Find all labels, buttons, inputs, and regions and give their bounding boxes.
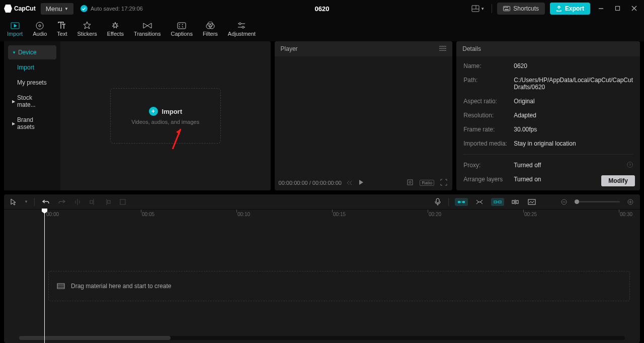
- zoom-slider[interactable]: [575, 201, 620, 202]
- timeline-ruler[interactable]: 00:00 00:05 00:10 00:15 00:20 00:25 00:3…: [4, 210, 640, 221]
- sidebar-item-my-presets[interactable]: My presets: [8, 76, 56, 90]
- export-icon: [556, 6, 562, 12]
- player-viewport: [275, 56, 453, 175]
- detail-label-framerate: Frame rate:: [463, 126, 514, 133]
- tab-effects[interactable]: Effects: [102, 20, 129, 39]
- timeline-panel: ▼ 00:00 00:05 00:10 00:15 00:20 00:25 00…: [4, 194, 640, 343]
- chevron-down-icon[interactable]: ▼: [24, 199, 28, 204]
- modify-button[interactable]: Modify: [601, 175, 635, 186]
- tab-filters[interactable]: Filters: [198, 20, 223, 39]
- tab-audio[interactable]: Audio: [28, 20, 52, 39]
- detail-label-resolution: Resolution:: [463, 112, 514, 119]
- timeline-dropzone[interactable]: Drag material here and start to create: [48, 271, 630, 301]
- scrollbar-thumb[interactable]: [19, 336, 171, 340]
- menu-label: Menu: [46, 5, 62, 13]
- play-button[interactable]: [358, 178, 365, 188]
- plus-icon: +: [149, 107, 158, 116]
- svg-point-29: [409, 181, 411, 183]
- sidebar-item-stock-material[interactable]: ▶Stock mate...: [8, 91, 56, 112]
- tab-adjustment[interactable]: Adjustment: [223, 20, 261, 39]
- detail-value-aspect: Original: [514, 98, 633, 105]
- undo-button[interactable]: [41, 197, 51, 207]
- sidebar-item-import[interactable]: Import: [8, 60, 56, 75]
- crop-button[interactable]: [118, 197, 127, 207]
- effects-icon: [110, 22, 120, 30]
- delete-left-button[interactable]: [88, 197, 97, 207]
- cover-button[interactable]: [526, 197, 537, 207]
- sticker-icon: [82, 22, 92, 30]
- timeline-tracks[interactable]: Drag material here and start to create: [4, 221, 640, 334]
- ruler-mark: 00:30: [620, 212, 632, 217]
- main-track-magnet-button[interactable]: [455, 198, 468, 206]
- svg-point-14: [39, 25, 41, 27]
- drop-hint-text: Drag material here and start to create: [71, 283, 171, 290]
- detail-value-name: 0620: [514, 62, 633, 70]
- selection-tool-button[interactable]: [9, 197, 18, 207]
- tab-captions[interactable]: Captions: [166, 20, 197, 39]
- tab-text[interactable]: Text: [52, 20, 72, 39]
- timeline-scrollbar[interactable]: [19, 336, 625, 340]
- import-subtitle: Videos, audios, and images: [131, 119, 199, 125]
- app-logo: CapCut: [4, 5, 36, 13]
- fullscreen-button[interactable]: [439, 178, 448, 188]
- playhead[interactable]: [44, 210, 45, 343]
- chevron-down-icon: ▼: [64, 7, 68, 11]
- minimize-button[interactable]: [595, 5, 607, 13]
- detail-label-name: Name:: [463, 62, 514, 70]
- chevron-down-icon: ▼: [480, 7, 485, 11]
- export-button[interactable]: Export: [550, 3, 590, 15]
- svg-rect-28: [408, 180, 413, 185]
- player-menu-button[interactable]: [439, 45, 446, 52]
- preview-axis-button[interactable]: [510, 197, 520, 207]
- tab-transitions[interactable]: Transitions: [129, 20, 166, 39]
- captions-icon: [177, 22, 187, 30]
- sidebar-item-device[interactable]: ▼Device: [8, 45, 56, 59]
- app-name: CapCut: [14, 5, 36, 12]
- detail-label-aspect: Aspect ratio:: [463, 98, 514, 105]
- text-icon: [57, 22, 67, 30]
- tab-import[interactable]: Import: [2, 20, 28, 39]
- layout-button[interactable]: ▼: [469, 3, 487, 14]
- zoom-in-button[interactable]: [626, 197, 635, 207]
- linkage-button[interactable]: [491, 198, 504, 206]
- detail-label-imported: Imported media:: [463, 140, 514, 147]
- caret-down-icon: ▼: [12, 50, 16, 55]
- ratio-button[interactable]: Ratio: [420, 180, 434, 186]
- delete-right-button[interactable]: [103, 197, 112, 207]
- detail-value-resolution: Adapted: [514, 112, 633, 119]
- auto-snap-button[interactable]: [474, 197, 485, 207]
- redo-button[interactable]: [57, 197, 67, 207]
- tab-stickers[interactable]: Stickers: [72, 20, 102, 39]
- record-voiceover-button[interactable]: [433, 196, 442, 208]
- detail-label-proxy: Proxy:: [463, 162, 514, 169]
- project-title: 0620: [315, 5, 330, 13]
- detail-value-imported: Stay in original location: [514, 140, 633, 147]
- category-tabs: Import Audio Text Stickers Effects Trans…: [0, 17, 644, 41]
- preview-quality-button[interactable]: [406, 178, 415, 188]
- svg-rect-34: [90, 200, 93, 203]
- svg-rect-37: [120, 199, 125, 204]
- ruler-mark: 00:00: [46, 212, 59, 217]
- caret-right-icon: ▶: [12, 121, 15, 126]
- maximize-button[interactable]: [612, 5, 623, 13]
- keyboard-icon: [503, 6, 510, 11]
- menu-button[interactable]: Menu ▼: [41, 3, 73, 15]
- filters-icon: [205, 22, 215, 30]
- svg-rect-42: [494, 201, 497, 203]
- sidebar-item-brand-assets[interactable]: ▶Brand assets: [8, 113, 56, 134]
- player-title: Player: [281, 45, 298, 52]
- shortcuts-button[interactable]: Shortcuts: [497, 3, 545, 15]
- svg-rect-15: [178, 23, 186, 29]
- import-dropzone[interactable]: + Import Videos, audios, and images: [110, 88, 221, 144]
- prev-frame-button[interactable]: [346, 178, 354, 188]
- ruler-mark: 00:25: [524, 212, 537, 217]
- svg-rect-40: [462, 201, 465, 203]
- close-button[interactable]: [628, 5, 640, 13]
- detail-value-framerate: 30.00fps: [514, 126, 633, 133]
- details-title: Details: [462, 45, 481, 52]
- zoom-out-button[interactable]: [559, 197, 569, 207]
- audio-icon: [35, 22, 45, 30]
- split-button[interactable]: [73, 197, 82, 207]
- help-icon[interactable]: ?: [627, 162, 633, 168]
- svg-rect-39: [458, 201, 460, 203]
